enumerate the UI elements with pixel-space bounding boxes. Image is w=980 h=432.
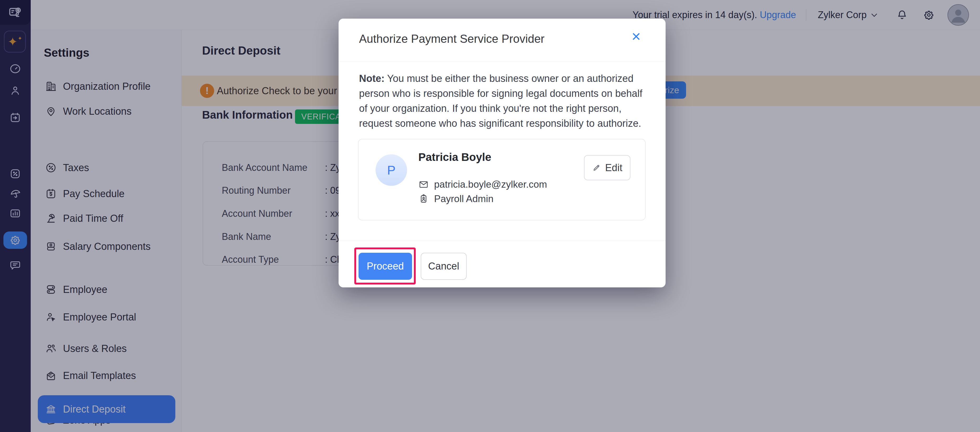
note-line: of your organization. If you think you'r… bbox=[359, 101, 648, 116]
app-screen: ✦✦ Your trial expires in 14 day(s).Upg bbox=[0, 0, 980, 432]
edit-label: Edit bbox=[605, 162, 622, 173]
user-name: Patricia Boyle bbox=[418, 151, 491, 164]
user-email-row: patricia.boyle@zylker.com bbox=[418, 179, 547, 190]
pencil-icon bbox=[592, 163, 601, 172]
note-line: You must be either the business owner or… bbox=[387, 73, 633, 84]
user-email: patricia.boyle@zylker.com bbox=[434, 179, 547, 190]
edit-button[interactable]: Edit bbox=[584, 155, 630, 180]
note-label: Note: bbox=[359, 73, 385, 84]
cancel-button[interactable]: Cancel bbox=[421, 253, 467, 280]
authorize-psp-modal: Authorize Payment Service Provider Note:… bbox=[339, 19, 666, 287]
envelope-icon bbox=[418, 179, 429, 190]
note-line: request someone who has significant resp… bbox=[359, 116, 648, 131]
modal-note: Note: You must be either the business ow… bbox=[359, 71, 648, 131]
user-initial-avatar: P bbox=[375, 154, 407, 186]
authorized-person-card: P Patricia Boyle patricia.boyle@zylker.c… bbox=[358, 139, 646, 221]
note-line: person who is responsible for signing le… bbox=[359, 86, 648, 101]
modal-footer-divider bbox=[339, 241, 666, 241]
modal-title: Authorize Payment Service Provider bbox=[359, 32, 544, 45]
user-role-row: Payroll Admin bbox=[418, 193, 493, 205]
user-role: Payroll Admin bbox=[434, 194, 493, 205]
id-badge-icon bbox=[418, 194, 429, 204]
close-icon[interactable] bbox=[630, 30, 643, 43]
annotation-highlight-box bbox=[354, 248, 416, 284]
